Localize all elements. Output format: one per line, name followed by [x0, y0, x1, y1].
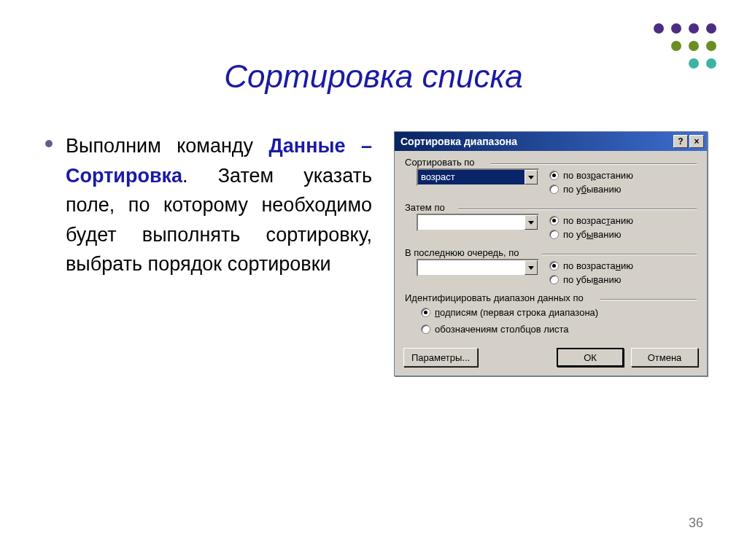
dialog-titlebar[interactable]: Сортировка диапазона ? × [395, 132, 707, 151]
then-by-combo[interactable] [417, 214, 539, 231]
group-then-by: Затем по по возрастанию по убыванию [403, 203, 698, 244]
last-by-asc-radio[interactable]: по возрастанию [549, 260, 633, 271]
sort-by-value: возраст [418, 170, 525, 184]
group-sort-by-label: Сортировать по [405, 157, 478, 168]
group-then-by-label: Затем по [405, 202, 448, 213]
bullet-intro: Выполним команду [66, 135, 269, 157]
page-number: 36 [689, 516, 703, 531]
slide-title: Сортировка списка [0, 58, 747, 95]
group-last-by-label: В последнюю очередь, по [405, 247, 522, 258]
chevron-down-icon[interactable] [525, 215, 538, 230]
then-by-asc-radio[interactable]: по возрастанию [549, 215, 633, 226]
radio-icon [549, 171, 559, 180]
help-icon: ? [678, 136, 683, 147]
group-identify: Идентифицировать диапазон данных по подп… [403, 294, 698, 343]
help-button[interactable]: ? [673, 135, 688, 148]
sort-by-asc-radio[interactable]: по возрастанию [549, 170, 633, 181]
bullet-text: Выполним команду Данные – Сортировка. За… [66, 131, 372, 279]
sort-by-desc-radio[interactable]: по убыванию [549, 184, 633, 195]
close-icon: × [694, 136, 699, 147]
sort-by-combo[interactable]: возраст [417, 168, 539, 186]
cancel-button[interactable]: Отмена [631, 348, 698, 367]
then-by-desc-radio[interactable]: по убыванию [549, 229, 633, 240]
close-button[interactable]: × [689, 135, 704, 148]
chevron-down-icon[interactable] [525, 260, 538, 275]
radio-icon [549, 275, 559, 284]
chevron-down-icon[interactable] [525, 170, 538, 184]
bullet-icon [45, 140, 53, 147]
group-identify-label: Идентифицировать диапазон данных по [405, 292, 587, 303]
identify-labels-radio[interactable]: подписям (первая строка диапазона) [421, 307, 695, 318]
params-button[interactable]: Параметры... [403, 348, 478, 367]
group-sort-by: Сортировать по возраст по возрастанию по… [403, 158, 698, 199]
radio-icon [421, 324, 430, 334]
radio-icon [549, 261, 559, 271]
sort-dialog: Сортировка диапазона ? × Сортировать по … [394, 131, 708, 376]
radio-icon [549, 184, 559, 194]
radio-icon [549, 230, 559, 239]
radio-icon [549, 216, 559, 225]
then-by-value [418, 215, 525, 230]
identify-columns-radio[interactable]: обозначениям столбцов листа [421, 324, 695, 335]
last-by-value [418, 260, 525, 275]
last-by-combo[interactable] [417, 259, 539, 276]
radio-icon [421, 308, 430, 317]
ok-button[interactable]: ОК [557, 348, 624, 367]
group-last-by: В последнюю очередь, по по возрастанию п… [403, 249, 698, 289]
last-by-desc-radio[interactable]: по убыванию [549, 274, 633, 285]
dialog-title: Сортировка диапазона [400, 136, 517, 147]
